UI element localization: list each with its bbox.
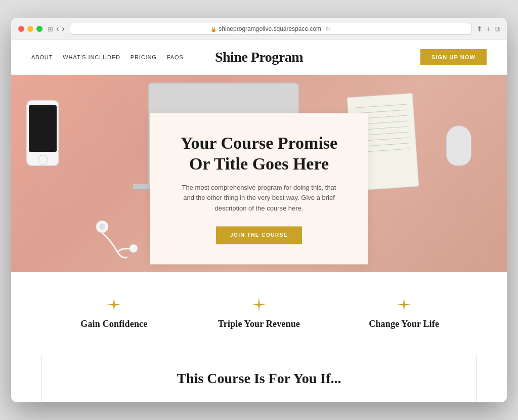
earbuds-prop xyxy=(87,212,148,262)
brand-name: Shine Program xyxy=(215,49,303,65)
hero-card: Your Course Promise Or Title Goes Here T… xyxy=(150,113,368,264)
feature-change-life: Change Your Life xyxy=(331,298,477,329)
nav-link-pricing[interactable]: PRICING xyxy=(131,54,157,60)
navigation: ABOUT WHAT'S INCLUDED PRICING FAQS Shine… xyxy=(11,39,507,75)
browser-chrome: ⊞ ‹ › 🔒 shineprogramgolive.squarespace.c… xyxy=(11,18,507,39)
nav-link-about[interactable]: ABOUT xyxy=(31,54,53,60)
phone-prop xyxy=(26,100,59,166)
url-bar[interactable]: 🔒 shineprogramgolive.squarespace.com ↻ xyxy=(70,23,471,35)
close-button[interactable] xyxy=(18,26,24,32)
phone-home-button xyxy=(38,155,48,165)
browser-window: ⊞ ‹ › 🔒 shineprogramgolive.squarespace.c… xyxy=(11,18,507,402)
join-course-button[interactable]: JOIN THE COURSE xyxy=(216,226,302,244)
maximize-button[interactable] xyxy=(36,26,42,32)
signup-button[interactable]: SIGN UP NOW xyxy=(420,49,487,65)
new-tab-icon[interactable]: + xyxy=(487,25,491,33)
back-icon[interactable]: ‹ xyxy=(56,24,59,33)
nav-links: ABOUT WHAT'S INCLUDED PRICING FAQS xyxy=(31,54,184,60)
browser-controls: ⊞ ‹ › xyxy=(48,24,65,33)
star-icon-3 xyxy=(331,298,477,312)
bottom-card: This Course Is For You If... xyxy=(41,355,477,402)
refresh-icon[interactable]: ↻ xyxy=(325,25,330,32)
phone-screen xyxy=(29,105,57,152)
features-section: Gain Confidence Triple Your Revenue Chan… xyxy=(11,272,507,350)
star-icon-1 xyxy=(41,298,187,312)
feature-title-3: Change Your Life xyxy=(331,319,477,329)
forward-icon[interactable]: › xyxy=(62,24,64,33)
minimize-button[interactable] xyxy=(27,26,33,32)
nav-link-faqs[interactable]: FAQS xyxy=(167,54,184,60)
lock-icon: 🔒 xyxy=(210,26,217,32)
traffic-lights xyxy=(18,26,42,32)
feature-gain-confidence: Gain Confidence xyxy=(41,298,187,329)
star-icon-2 xyxy=(187,298,332,312)
svg-point-2 xyxy=(130,244,138,253)
website-content: ABOUT WHAT'S INCLUDED PRICING FAQS Shine… xyxy=(11,39,507,402)
hero-description: The most comprehensive program for doing… xyxy=(176,183,342,214)
star-shape-3 xyxy=(397,298,411,312)
url-text: shineprogramgolive.squarespace.com xyxy=(219,25,321,32)
star-shape-2 xyxy=(252,298,266,312)
feature-title-2: Triple Your Revenue xyxy=(187,319,332,329)
hero-section: Your Course Promise Or Title Goes Here T… xyxy=(11,75,507,272)
star-shape-1 xyxy=(107,298,121,312)
nav-cta: SIGN UP NOW xyxy=(420,49,487,65)
bottom-card-title: This Course Is For You If... xyxy=(62,370,456,387)
sidebar-toggle-icon[interactable]: ⊞ xyxy=(48,25,53,33)
nav-link-whats-included[interactable]: WHAT'S INCLUDED xyxy=(63,54,120,60)
feature-title-1: Gain Confidence xyxy=(41,319,187,329)
browser-actions: ⬆ + ⧉ xyxy=(477,25,500,33)
share-icon[interactable]: ⬆ xyxy=(477,25,483,33)
feature-triple-revenue: Triple Your Revenue xyxy=(187,298,332,329)
mouse-prop xyxy=(446,125,471,166)
duplicate-icon[interactable]: ⧉ xyxy=(495,25,500,33)
hero-title: Your Course Promise Or Title Goes Here xyxy=(176,133,342,175)
svg-point-1 xyxy=(99,224,105,230)
